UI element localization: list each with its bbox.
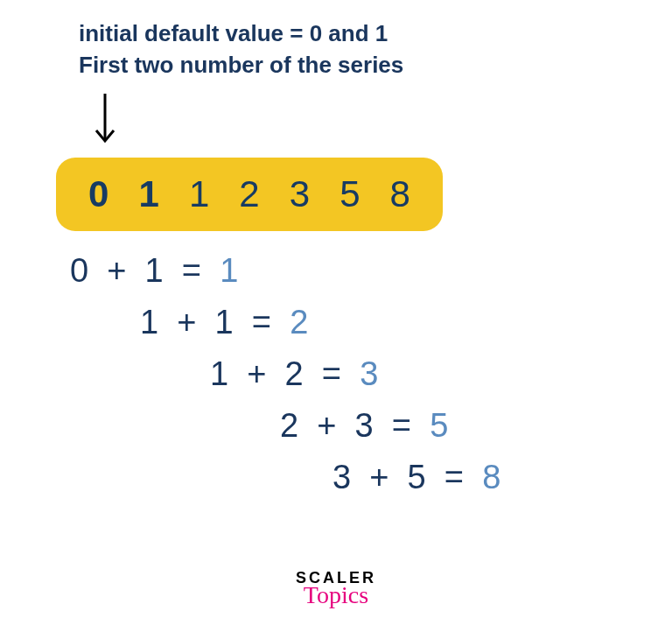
- calc-equals: =: [322, 348, 341, 400]
- calc-equals: =: [252, 297, 271, 348]
- series-num-5: 5: [325, 173, 374, 215]
- series-num-6: 8: [375, 173, 425, 215]
- caption-text: initial default value = 0 and 1 First tw…: [79, 18, 403, 81]
- caption-line-1: initial default value = 0 and 1: [79, 18, 403, 49]
- calc-space: [336, 400, 354, 452]
- calc-operand-a: 1: [210, 348, 228, 400]
- calc-result: 2: [290, 297, 308, 348]
- calc-space: [164, 245, 182, 297]
- calculation-row: 1 + 1 = 2: [70, 297, 500, 348]
- calculation-row: 3 + 5 = 8: [70, 452, 500, 503]
- calc-operand-b: 5: [408, 452, 426, 503]
- calc-equals: =: [392, 400, 411, 452]
- calc-space: [464, 452, 482, 503]
- logo-line-2: Topics: [296, 584, 376, 606]
- calc-operand-b: 1: [145, 245, 164, 297]
- calc-operand-b: 1: [215, 297, 234, 348]
- calc-equals: =: [444, 452, 464, 503]
- series-num-4: 3: [275, 173, 325, 215]
- calculation-area: 0 + 1 = 1 1 + 1 = 2 1 + 2 = 3 2: [70, 245, 500, 502]
- calc-space: [388, 452, 407, 503]
- calc-result: 1: [220, 245, 238, 297]
- series-num-2: 1: [174, 173, 224, 215]
- calc-space: [351, 452, 369, 503]
- calc-operand-b: 3: [355, 400, 374, 452]
- caption-line-2: First two number of the series: [79, 49, 403, 81]
- calculation-row: 0 + 1 = 1: [70, 245, 500, 297]
- calc-space: [201, 245, 220, 297]
- calc-equals: =: [182, 245, 201, 297]
- calc-operand-b: 2: [285, 348, 304, 400]
- series-num-0: 0: [74, 173, 123, 215]
- calc-space: [266, 348, 284, 400]
- calc-operator: +: [247, 348, 266, 400]
- calc-space: [374, 400, 392, 452]
- calc-operator: +: [107, 245, 126, 297]
- calc-operator: +: [177, 297, 196, 348]
- calc-result: 3: [360, 348, 378, 400]
- series-num-3: 2: [224, 173, 274, 215]
- calc-space: [234, 297, 252, 348]
- calc-operand-a: 2: [280, 400, 298, 452]
- calc-space: [426, 452, 444, 503]
- calc-space: [196, 297, 214, 348]
- arrow-down-icon: [92, 92, 118, 144]
- calc-space: [411, 400, 430, 452]
- calc-space: [298, 400, 317, 452]
- calc-space: [271, 297, 290, 348]
- fibonacci-series-pill: 0 1 1 2 3 5 8: [56, 158, 443, 231]
- calc-operand-a: 1: [140, 297, 158, 348]
- calc-operand-a: 0: [70, 245, 88, 297]
- calc-operand-a: 3: [332, 452, 351, 503]
- calc-space: [88, 245, 107, 297]
- calc-result: 8: [482, 452, 500, 503]
- calc-operator: +: [369, 452, 388, 503]
- calc-space: [341, 348, 360, 400]
- calc-space: [304, 348, 322, 400]
- calculation-row: 1 + 2 = 3: [70, 348, 500, 400]
- series-num-1: 1: [123, 173, 173, 215]
- calculation-row: 2 + 3 = 5: [70, 400, 500, 452]
- scaler-topics-logo: SCALER Topics: [296, 570, 376, 606]
- calc-space: [126, 245, 144, 297]
- calc-space: [158, 297, 177, 348]
- calc-operator: +: [317, 400, 336, 452]
- calc-result: 5: [430, 400, 448, 452]
- calc-space: [228, 348, 247, 400]
